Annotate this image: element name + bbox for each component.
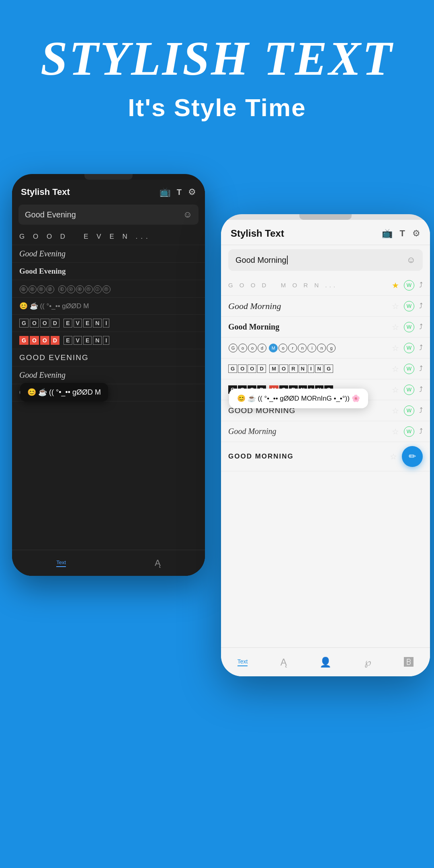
light-font-icon[interactable]: T (400, 228, 405, 239)
share-icon[interactable]: ⤴ (419, 344, 423, 352)
list-item[interactable]: Good Morning ☆ W ⤴ (221, 338, 430, 358)
star-icon[interactable]: ☆ (392, 343, 399, 353)
dark-style-emoji-text: 😊 ☕ (( °•_•• gØØD M (19, 302, 89, 310)
dark-tooltip: 😊 ☕ (( °•_•• gØØD M (20, 383, 108, 401)
dark-style-plain: GOOD EVENING (19, 353, 89, 362)
list-item[interactable]: GOOD MORNING ☆ W ⤴ (221, 358, 430, 379)
dark-phone: Stylish Text 📺 T ⚙ Good Evening ☺ G O O … (12, 174, 205, 576)
light-tab-style4[interactable]: 🅱 (404, 657, 414, 668)
light-tab-style1[interactable]: Ą (280, 657, 287, 668)
list-item[interactable]: G O O D EVENI (12, 332, 205, 349)
light-style-bold-serif: Good Morning (228, 322, 392, 332)
dark-tab-text-label: Text (56, 559, 66, 567)
star-icon[interactable]: ★ (392, 280, 399, 290)
star-icon[interactable]: ☆ (392, 301, 399, 311)
list-item-actions: ☆ W ⤴ (392, 385, 423, 395)
whatsapp-icon[interactable]: W (404, 364, 414, 374)
whatsapp-icon[interactable]: W (404, 426, 414, 437)
dark-settings-icon[interactable]: ⚙ (188, 187, 196, 197)
dark-tab-text[interactable]: Text (56, 559, 66, 567)
dark-emoji-button[interactable]: ☺ (183, 209, 192, 220)
list-item[interactable]: G O O D M O R N ... ★ W ⤴ (221, 275, 430, 296)
star-icon[interactable]: ☆ (390, 452, 397, 461)
light-tab-style3[interactable]: ℘ (364, 657, 371, 668)
list-item[interactable]: Good Morning ☆ W ⤴ (221, 317, 430, 338)
light-input-row[interactable]: Good Morning ☺ (228, 249, 423, 271)
dark-font-icon[interactable]: T (177, 188, 182, 197)
list-item[interactable]: G O O D E V E N ... (12, 229, 205, 245)
list-item[interactable]: GOOD EVENING (12, 349, 205, 366)
share-icon[interactable]: ⤴ (419, 364, 423, 373)
list-item[interactable]: Good Evening (12, 263, 205, 280)
list-item[interactable]: GOOD EVENI (12, 315, 205, 332)
light-tab-text[interactable]: Text (237, 658, 248, 666)
dark-input-row[interactable]: Good Evening ☺ (18, 205, 199, 225)
light-tooltip-text: 😊 ☕ (( °•_•• gØØD MORnInG •_•°)) 🌸 (237, 395, 360, 402)
dark-style-cursive: Good Evening (19, 371, 66, 380)
dark-bottom-tab: Text Ą (12, 550, 205, 576)
light-header-icons: 📺 T ⚙ (382, 228, 420, 239)
light-style-gothic: Good Morning (228, 427, 392, 436)
light-bottom-tab: Text Ą 👤 ℘ 🅱 (221, 647, 430, 676)
list-item[interactable]: Good Evening (12, 245, 205, 263)
dark-style-spaced: G O O D E V E N ... (19, 233, 151, 241)
dark-style-circled: Ⓖⓞⓞⓓ Ⓔⓥⓔⓝⓘⓝ (19, 284, 111, 293)
share-icon[interactable]: ⤴ (419, 302, 423, 310)
hero-subtitle: It's Style Time (0, 93, 434, 122)
phones-container: Stylish Text 📺 T ⚙ Good Evening ☺ G O O … (0, 154, 434, 837)
list-item-actions: ☆ W ⤴ (392, 301, 423, 311)
light-phone: Stylish Text 📺 T ⚙ Good Morning ☺ 😊 ☕ ((… (221, 214, 430, 676)
whatsapp-icon[interactable]: W (404, 280, 414, 291)
dark-tab-font[interactable]: Ą (155, 558, 161, 568)
light-tooltip: 😊 ☕ (( °•_•• gØØD MORnInG •_•°)) 🌸 (229, 389, 368, 408)
light-settings-icon[interactable]: ⚙ (412, 228, 420, 239)
star-icon[interactable]: ☆ (392, 427, 399, 436)
star-icon[interactable]: ☆ (392, 364, 399, 374)
light-style-spaced: G O O D M O R N ... (228, 282, 392, 289)
list-item-actions: ☆ W ⤴ (392, 405, 423, 416)
whatsapp-icon[interactable]: W (404, 301, 414, 311)
hero-title: Stylish Text (0, 32, 434, 85)
dark-input-text: Good Evening (25, 210, 76, 219)
dark-tooltip-text: 😊 ☕ (( °•_•• gØØD M (27, 388, 101, 396)
dark-style-bold-serif: Good Evening (19, 267, 66, 276)
light-emoji-button[interactable]: ☺ (407, 255, 416, 265)
dark-style-boxed: GOOD EVENI (19, 319, 109, 328)
list-item[interactable]: Good Morning ☆ W ⤴ (221, 296, 430, 317)
light-style-script: Good Morning (228, 301, 392, 311)
light-app-title: Stylish Text (231, 228, 284, 239)
light-style-wide: GOOD MORNING (228, 452, 390, 461)
whatsapp-icon[interactable]: W (404, 405, 414, 416)
hero-section: Stylish Text It's Style Time (0, 0, 434, 146)
share-icon[interactable]: ⤴ (419, 427, 423, 436)
list-item[interactable]: Good Evening (12, 366, 205, 384)
whatsapp-icon[interactable]: W (404, 322, 414, 332)
dark-style-script: Good Evening (19, 249, 66, 258)
list-item[interactable]: Ⓖⓞⓞⓓ Ⓔⓥⓔⓝⓘⓝ (12, 280, 205, 298)
light-phone-inner: Stylish Text 📺 T ⚙ Good Morning ☺ 😊 ☕ ((… (221, 220, 430, 676)
dark-tv-icon[interactable]: 📺 (160, 187, 170, 197)
star-icon[interactable]: ☆ (392, 385, 399, 395)
light-style-circled: Good Morning (228, 344, 392, 352)
light-tv-icon[interactable]: 📺 (382, 228, 393, 239)
whatsapp-icon[interactable]: W (404, 385, 414, 395)
list-item[interactable]: GOOD MORNING ☆ ✏ (221, 442, 430, 471)
dark-app-header: Stylish Text 📺 T ⚙ (12, 180, 205, 202)
light-style-boxed: GOOD MORNING (228, 364, 392, 373)
share-icon[interactable]: ⤴ (419, 323, 423, 331)
share-icon[interactable]: ⤴ (419, 406, 423, 415)
share-icon[interactable]: ⤴ (419, 385, 423, 394)
whatsapp-icon[interactable]: W (404, 343, 414, 353)
star-icon[interactable]: ☆ (392, 406, 399, 416)
dark-style-list: G O O D E V E N ... Good Evening Good Ev… (12, 229, 205, 576)
light-tab-style2[interactable]: 👤 (319, 657, 332, 668)
light-app-header: Stylish Text 📺 T ⚙ (221, 220, 430, 245)
list-item-actions: ☆ W ⤴ (392, 426, 423, 437)
fab-edit-button[interactable]: ✏ (402, 446, 423, 467)
share-icon[interactable]: ⤴ (419, 281, 423, 289)
star-icon[interactable]: ☆ (392, 322, 399, 332)
list-item-actions: ☆ W ⤴ (392, 343, 423, 353)
list-item[interactable]: Good Morning ☆ W ⤴ (221, 421, 430, 442)
list-item[interactable]: 😊 ☕ (( °•_•• gØØD M (12, 298, 205, 315)
dark-style-boxed-colored: G O O D EVENI (19, 336, 109, 345)
